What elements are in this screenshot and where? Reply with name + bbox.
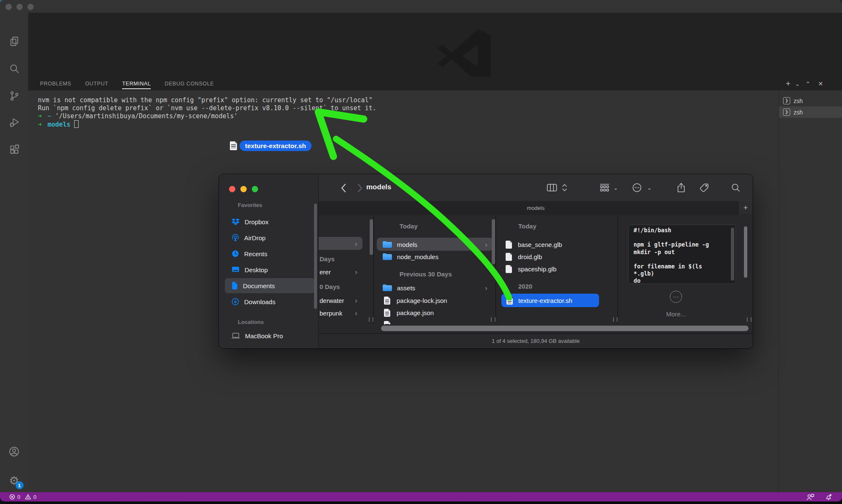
new-terminal-icon[interactable]: + [784, 78, 792, 89]
finder-column-preview: #!/bin/bash npm i gltf-pipeline -g mkdir… [618, 215, 753, 324]
finder-minimize-traffic-light[interactable] [240, 186, 247, 192]
feedback-icon[interactable] [807, 493, 814, 500]
panel-splitter[interactable] [778, 90, 779, 492]
notifications-bell-icon[interactable] [825, 493, 832, 501]
close-panel-icon[interactable]: ✕ [815, 78, 826, 89]
sidebar-item-downloads[interactable]: Downloads [225, 294, 315, 309]
file-row-spaceship[interactable]: spaceship.glb [506, 263, 557, 275]
dropbox-icon [232, 218, 240, 225]
settings-badge: 1 [16, 481, 24, 489]
group-header: 2020 [518, 282, 532, 291]
sidebar-item-airdrop[interactable]: AirDrop [225, 230, 315, 245]
editor-area[interactable] [28, 13, 842, 77]
folder-row[interactable]: derwater [320, 294, 344, 307]
folder-row-assets[interactable]: assets [383, 281, 415, 294]
new-tab-button[interactable]: + [738, 201, 753, 215]
close-traffic-light[interactable] [5, 4, 12, 10]
vscode-titlebar[interactable] [0, 0, 842, 13]
finder-column-1: › Days erer › 0 Days derwater › berpunk … [319, 215, 373, 324]
finder-tab-models[interactable]: models [527, 205, 545, 211]
terminal-list-item-active[interactable]: ❯ zsh [779, 106, 842, 118]
finder-sidebar: Favorites Dropbox AirDrop Recents Deskto… [219, 174, 319, 348]
tab-output[interactable]: OUTPUT [85, 77, 108, 90]
explorer-icon[interactable] [8, 35, 21, 48]
warning-count: 0 [33, 494, 36, 500]
column-view-icon[interactable] [547, 184, 557, 192]
folder-icon [383, 241, 392, 248]
folder-row-models[interactable]: models [383, 238, 417, 251]
folder-icon [383, 253, 392, 260]
tab-problems[interactable]: PROBLEMS [40, 77, 71, 90]
extensions-icon[interactable] [8, 143, 21, 156]
terminal-dropdown-icon[interactable]: ⌄ [794, 78, 801, 89]
zoom-traffic-light[interactable] [27, 4, 34, 10]
activity-bar: ⚙ 1 [0, 13, 29, 492]
file-row-texture-extractor[interactable]: texture-extractor.sh [506, 294, 572, 307]
file-row-package-lock[interactable]: package-lock.json [384, 294, 447, 307]
source-control-icon[interactable] [8, 90, 21, 102]
column-scrollbar[interactable] [370, 219, 373, 255]
minimize-traffic-light[interactable] [16, 4, 23, 10]
column-resize-handle[interactable] [491, 317, 496, 322]
file-row-droid[interactable]: droid.glb [506, 250, 542, 263]
preview-scrollbar[interactable] [731, 228, 734, 281]
folder-row[interactable]: berpunk [320, 307, 342, 319]
folder-icon [383, 284, 392, 291]
view-stepper-icon[interactable] [562, 183, 567, 192]
account-icon[interactable] [8, 445, 21, 458]
sidebar-item-macbook-pro[interactable]: MacBook Pro [225, 328, 315, 343]
sidebar-scrollbar[interactable] [314, 204, 317, 309]
chevron-right-icon: › [355, 240, 357, 247]
column-scrollbar[interactable] [744, 226, 747, 278]
more-options-icon[interactable] [632, 183, 642, 192]
terminal-icon: ❯ [783, 109, 790, 116]
favorites-section-title: Favorites [238, 202, 262, 208]
folder-row[interactable]: erer [320, 265, 331, 278]
forward-icon[interactable] [357, 183, 363, 193]
document-icon [232, 282, 238, 289]
more-options-chevron-icon: ⌄ [647, 185, 652, 191]
script-preview: #!/bin/bash npm i gltf-pipeline -g mkdir… [628, 225, 736, 284]
finder-columns: › Days erer › 0 Days derwater › berpunk … [319, 215, 753, 324]
dragged-file-chip[interactable]: texture-extractor.sh [230, 141, 312, 151]
group-header: Previous 30 Days [400, 270, 452, 279]
locations-section-title: Locations [238, 319, 264, 325]
finder-close-traffic-light[interactable] [229, 186, 235, 192]
file-row-base-scene[interactable]: base_scene.glb [506, 238, 562, 251]
sidebar-item-desktop[interactable]: Desktop [225, 262, 315, 277]
column-resize-handle[interactable] [613, 317, 618, 322]
preview-more[interactable]: ⋯ More... [618, 291, 734, 318]
settings-gear-icon[interactable]: ⚙ 1 [8, 475, 21, 487]
column-scrollbar[interactable] [492, 219, 495, 264]
tab-debug-console[interactable]: DEBUG CONSOLE [165, 77, 214, 90]
horizontal-scrollbar[interactable] [381, 326, 749, 331]
file-row-package-json[interactable]: package.json [384, 306, 434, 319]
run-debug-icon[interactable] [8, 116, 21, 129]
group-header: Today [518, 222, 536, 231]
finder-search-icon[interactable] [731, 183, 740, 192]
terminal-cursor [74, 120, 79, 128]
problems-status[interactable]: 0 0 [9, 494, 36, 500]
maximize-panel-icon[interactable]: ⌃ [802, 78, 813, 89]
file-row-partial[interactable] [384, 318, 390, 324]
tab-terminal[interactable]: TERMINAL [122, 77, 151, 90]
sidebar-item-recents[interactable]: Recents [225, 246, 315, 261]
sidebar-item-documents[interactable]: Documents [225, 278, 315, 293]
search-icon[interactable] [8, 62, 21, 75]
terminal-list-item[interactable]: ❯ zsh [779, 95, 842, 106]
finder-window: Favorites Dropbox AirDrop Recents Deskto… [219, 174, 753, 348]
folder-row-node-modules[interactable]: node_modules [383, 250, 438, 263]
share-icon[interactable] [677, 183, 685, 193]
back-icon[interactable] [341, 183, 346, 193]
group-by-icon[interactable] [600, 184, 609, 192]
sidebar-item-dropbox[interactable]: Dropbox [225, 214, 315, 229]
laptop-icon [232, 333, 240, 339]
terminal-line: Run `npm config delete prefix` or `nvm u… [38, 104, 376, 112]
group-header: Days [320, 255, 335, 263]
column-resize-handle[interactable] [747, 317, 751, 322]
panel-tab-bar: PROBLEMS OUTPUT TERMINAL DEBUG CONSOLE [28, 77, 842, 90]
tags-icon[interactable] [700, 183, 709, 192]
column-resize-handle[interactable] [369, 317, 373, 322]
terminal-line: ➜~'/Users/martinshibuya/Documents/my-sce… [38, 112, 238, 120]
finder-zoom-traffic-light[interactable] [252, 186, 258, 192]
